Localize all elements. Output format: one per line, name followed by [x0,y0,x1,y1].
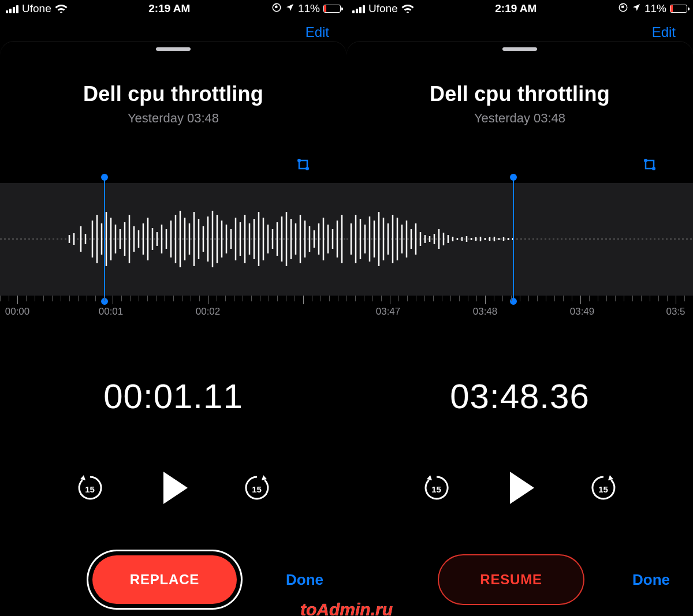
tick-label: 00:00 [5,306,30,318]
play-button[interactable] [163,472,188,504]
waveform-area[interactable] [346,183,693,296]
tick-label: 03:5 [666,306,685,318]
sheet-grabber[interactable] [156,47,191,51]
timeline-ruler[interactable]: 00:00 00:01 00:02 [0,296,346,326]
tick-label: 00:01 [99,306,124,318]
done-button[interactable]: Done [286,571,323,589]
recording-subtitle: Yesterday 03:48 [0,111,346,126]
wifi-icon [401,2,414,16]
carrier-label: Ufone [22,2,51,15]
battery-icon [323,5,341,13]
waveform-area[interactable] [0,183,346,296]
svg-point-3 [305,167,309,170]
status-time: 2:19 AM [495,2,536,15]
recording-title: Dell cpu throttling [0,82,346,106]
replace-button[interactable]: REPLACE [92,555,237,604]
signal-icon [352,4,365,13]
waveform [0,183,346,296]
rotation-lock-icon [618,2,628,16]
svg-point-2 [297,159,301,162]
tick-label: 03:47 [376,306,401,318]
waveform [346,183,693,296]
elapsed-time: 03:48.36 [346,376,693,416]
edit-link[interactable]: Edit [652,24,676,40]
resume-button[interactable]: RESUME [439,555,583,604]
skip-forward-15-button[interactable]: 15 [243,473,271,502]
wifi-icon [55,2,68,16]
skip-back-15-button[interactable]: 15 [76,473,105,502]
editor-sheet: Dell cpu throttling Yesterday 03:48 [346,42,693,616]
status-bar: Ufone 2:19 AM 11% [0,0,346,17]
svg-point-67 [652,167,655,170]
tick-label: 03:49 [570,306,595,318]
svg-rect-65 [621,6,624,8]
trim-icon[interactable] [642,157,660,174]
status-time: 2:19 AM [148,2,190,15]
trim-icon[interactable] [296,157,313,174]
watermark: toAdmin.ru [300,600,393,616]
battery-pct: 11% [298,2,320,15]
edit-link[interactable]: Edit [305,24,329,40]
location-icon [632,3,641,15]
tick-label: 00:02 [196,306,221,318]
signal-icon [6,4,18,13]
sheet-grabber[interactable] [502,47,537,51]
editor-sheet: Dell cpu throttling Yesterday 03:48 [0,42,346,616]
recording-title: Dell cpu throttling [346,82,693,106]
elapsed-time: 00:01.11 [0,376,346,416]
svg-point-66 [644,159,647,162]
screen-left: Ufone 2:19 AM 11% Edit Dell cpu throttli… [0,0,346,616]
skip-back-15-button[interactable]: 15 [422,473,451,502]
screen-right: Ufone 2:19 AM 11% Edit Dell cpu throttli… [346,0,693,616]
svg-rect-1 [275,6,278,8]
playhead[interactable] [104,177,105,301]
recording-subtitle: Yesterday 03:48 [346,111,693,126]
carrier-label: Ufone [368,2,398,15]
playhead[interactable] [513,177,514,301]
battery-pct: 11% [644,2,666,15]
play-button[interactable] [510,472,534,504]
location-icon [285,3,295,15]
battery-icon [670,5,687,13]
status-bar: Ufone 2:19 AM 11% [346,0,693,17]
rotation-lock-icon [271,2,282,16]
skip-forward-15-button[interactable]: 15 [589,473,618,502]
done-button[interactable]: Done [632,571,670,589]
tick-label: 03:48 [473,306,498,318]
timeline-ruler[interactable]: 03:47 03:48 03:49 03:5 [346,296,693,326]
